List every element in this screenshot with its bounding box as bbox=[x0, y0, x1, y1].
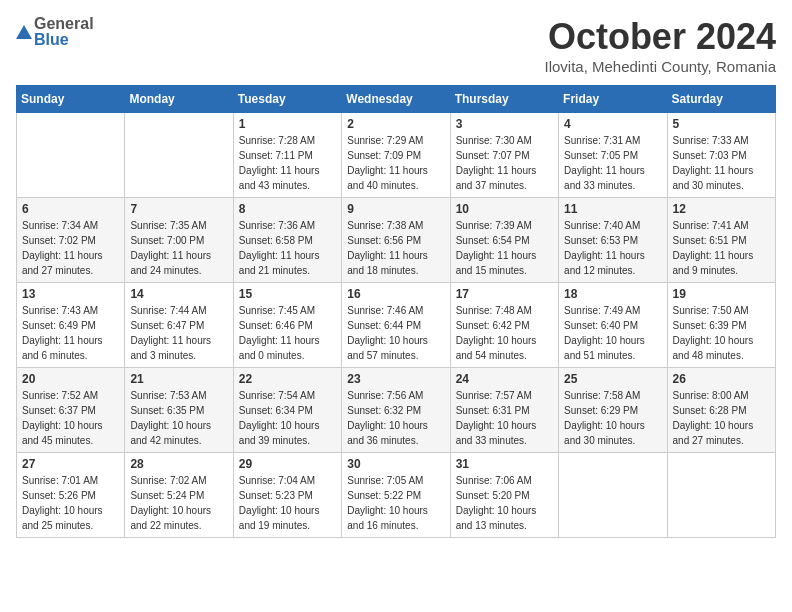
weekday-header-monday: Monday bbox=[125, 86, 233, 113]
day-info: Sunrise: 7:48 AM Sunset: 6:42 PM Dayligh… bbox=[456, 303, 553, 363]
calendar-cell: 17Sunrise: 7:48 AM Sunset: 6:42 PM Dayli… bbox=[450, 283, 558, 368]
calendar-cell: 5Sunrise: 7:33 AM Sunset: 7:03 PM Daylig… bbox=[667, 113, 775, 198]
weekday-header-row: SundayMondayTuesdayWednesdayThursdayFrid… bbox=[17, 86, 776, 113]
location-title: Ilovita, Mehedinti County, Romania bbox=[544, 58, 776, 75]
calendar-cell: 12Sunrise: 7:41 AM Sunset: 6:51 PM Dayli… bbox=[667, 198, 775, 283]
calendar-week-row: 27Sunrise: 7:01 AM Sunset: 5:26 PM Dayli… bbox=[17, 453, 776, 538]
weekday-header-tuesday: Tuesday bbox=[233, 86, 341, 113]
calendar-cell: 26Sunrise: 8:00 AM Sunset: 6:28 PM Dayli… bbox=[667, 368, 775, 453]
calendar-cell: 22Sunrise: 7:54 AM Sunset: 6:34 PM Dayli… bbox=[233, 368, 341, 453]
day-number: 25 bbox=[564, 372, 661, 386]
day-info: Sunrise: 7:50 AM Sunset: 6:39 PM Dayligh… bbox=[673, 303, 770, 363]
calendar-cell bbox=[125, 113, 233, 198]
day-info: Sunrise: 7:52 AM Sunset: 6:37 PM Dayligh… bbox=[22, 388, 119, 448]
weekday-header-thursday: Thursday bbox=[450, 86, 558, 113]
calendar-cell: 21Sunrise: 7:53 AM Sunset: 6:35 PM Dayli… bbox=[125, 368, 233, 453]
day-number: 20 bbox=[22, 372, 119, 386]
day-info: Sunrise: 7:28 AM Sunset: 7:11 PM Dayligh… bbox=[239, 133, 336, 193]
day-number: 12 bbox=[673, 202, 770, 216]
calendar-cell: 31Sunrise: 7:06 AM Sunset: 5:20 PM Dayli… bbox=[450, 453, 558, 538]
calendar-cell: 16Sunrise: 7:46 AM Sunset: 6:44 PM Dayli… bbox=[342, 283, 450, 368]
logo-top: General bbox=[34, 16, 94, 32]
day-number: 14 bbox=[130, 287, 227, 301]
logo: General Blue bbox=[16, 16, 94, 48]
weekday-header-sunday: Sunday bbox=[17, 86, 125, 113]
day-number: 7 bbox=[130, 202, 227, 216]
day-number: 31 bbox=[456, 457, 553, 471]
logo-icon bbox=[16, 25, 32, 39]
calendar-cell: 29Sunrise: 7:04 AM Sunset: 5:23 PM Dayli… bbox=[233, 453, 341, 538]
day-info: Sunrise: 7:01 AM Sunset: 5:26 PM Dayligh… bbox=[22, 473, 119, 533]
calendar-cell: 8Sunrise: 7:36 AM Sunset: 6:58 PM Daylig… bbox=[233, 198, 341, 283]
day-info: Sunrise: 7:06 AM Sunset: 5:20 PM Dayligh… bbox=[456, 473, 553, 533]
page-header: General Blue October 2024 Ilovita, Mehed… bbox=[16, 16, 776, 75]
calendar-cell: 4Sunrise: 7:31 AM Sunset: 7:05 PM Daylig… bbox=[559, 113, 667, 198]
calendar-cell: 20Sunrise: 7:52 AM Sunset: 6:37 PM Dayli… bbox=[17, 368, 125, 453]
day-info: Sunrise: 7:36 AM Sunset: 6:58 PM Dayligh… bbox=[239, 218, 336, 278]
calendar-cell: 23Sunrise: 7:56 AM Sunset: 6:32 PM Dayli… bbox=[342, 368, 450, 453]
calendar-cell bbox=[17, 113, 125, 198]
day-number: 18 bbox=[564, 287, 661, 301]
day-number: 22 bbox=[239, 372, 336, 386]
day-info: Sunrise: 7:58 AM Sunset: 6:29 PM Dayligh… bbox=[564, 388, 661, 448]
calendar-cell: 25Sunrise: 7:58 AM Sunset: 6:29 PM Dayli… bbox=[559, 368, 667, 453]
day-number: 15 bbox=[239, 287, 336, 301]
day-info: Sunrise: 7:30 AM Sunset: 7:07 PM Dayligh… bbox=[456, 133, 553, 193]
calendar-cell: 19Sunrise: 7:50 AM Sunset: 6:39 PM Dayli… bbox=[667, 283, 775, 368]
calendar-cell: 24Sunrise: 7:57 AM Sunset: 6:31 PM Dayli… bbox=[450, 368, 558, 453]
day-info: Sunrise: 7:02 AM Sunset: 5:24 PM Dayligh… bbox=[130, 473, 227, 533]
day-info: Sunrise: 7:41 AM Sunset: 6:51 PM Dayligh… bbox=[673, 218, 770, 278]
calendar-week-row: 6Sunrise: 7:34 AM Sunset: 7:02 PM Daylig… bbox=[17, 198, 776, 283]
day-info: Sunrise: 7:38 AM Sunset: 6:56 PM Dayligh… bbox=[347, 218, 444, 278]
day-number: 26 bbox=[673, 372, 770, 386]
day-number: 5 bbox=[673, 117, 770, 131]
day-info: Sunrise: 7:39 AM Sunset: 6:54 PM Dayligh… bbox=[456, 218, 553, 278]
title-area: October 2024 Ilovita, Mehedinti County, … bbox=[544, 16, 776, 75]
day-info: Sunrise: 7:31 AM Sunset: 7:05 PM Dayligh… bbox=[564, 133, 661, 193]
day-number: 17 bbox=[456, 287, 553, 301]
day-info: Sunrise: 7:05 AM Sunset: 5:22 PM Dayligh… bbox=[347, 473, 444, 533]
calendar-cell: 15Sunrise: 7:45 AM Sunset: 6:46 PM Dayli… bbox=[233, 283, 341, 368]
calendar-body: 1Sunrise: 7:28 AM Sunset: 7:11 PM Daylig… bbox=[17, 113, 776, 538]
day-info: Sunrise: 8:00 AM Sunset: 6:28 PM Dayligh… bbox=[673, 388, 770, 448]
calendar-cell: 7Sunrise: 7:35 AM Sunset: 7:00 PM Daylig… bbox=[125, 198, 233, 283]
calendar-cell: 9Sunrise: 7:38 AM Sunset: 6:56 PM Daylig… bbox=[342, 198, 450, 283]
day-info: Sunrise: 7:56 AM Sunset: 6:32 PM Dayligh… bbox=[347, 388, 444, 448]
day-info: Sunrise: 7:53 AM Sunset: 6:35 PM Dayligh… bbox=[130, 388, 227, 448]
calendar-cell bbox=[559, 453, 667, 538]
day-number: 28 bbox=[130, 457, 227, 471]
calendar-week-row: 20Sunrise: 7:52 AM Sunset: 6:37 PM Dayli… bbox=[17, 368, 776, 453]
calendar-week-row: 13Sunrise: 7:43 AM Sunset: 6:49 PM Dayli… bbox=[17, 283, 776, 368]
day-number: 24 bbox=[456, 372, 553, 386]
calendar-table: SundayMondayTuesdayWednesdayThursdayFrid… bbox=[16, 85, 776, 538]
day-number: 1 bbox=[239, 117, 336, 131]
day-number: 2 bbox=[347, 117, 444, 131]
day-info: Sunrise: 7:04 AM Sunset: 5:23 PM Dayligh… bbox=[239, 473, 336, 533]
calendar-cell: 13Sunrise: 7:43 AM Sunset: 6:49 PM Dayli… bbox=[17, 283, 125, 368]
day-info: Sunrise: 7:49 AM Sunset: 6:40 PM Dayligh… bbox=[564, 303, 661, 363]
day-info: Sunrise: 7:54 AM Sunset: 6:34 PM Dayligh… bbox=[239, 388, 336, 448]
day-info: Sunrise: 7:45 AM Sunset: 6:46 PM Dayligh… bbox=[239, 303, 336, 363]
calendar-cell: 1Sunrise: 7:28 AM Sunset: 7:11 PM Daylig… bbox=[233, 113, 341, 198]
calendar-cell: 6Sunrise: 7:34 AM Sunset: 7:02 PM Daylig… bbox=[17, 198, 125, 283]
weekday-header-wednesday: Wednesday bbox=[342, 86, 450, 113]
day-number: 30 bbox=[347, 457, 444, 471]
logo-text: General Blue bbox=[34, 16, 94, 48]
day-number: 8 bbox=[239, 202, 336, 216]
day-info: Sunrise: 7:34 AM Sunset: 7:02 PM Dayligh… bbox=[22, 218, 119, 278]
day-number: 29 bbox=[239, 457, 336, 471]
weekday-header-saturday: Saturday bbox=[667, 86, 775, 113]
calendar-cell: 14Sunrise: 7:44 AM Sunset: 6:47 PM Dayli… bbox=[125, 283, 233, 368]
day-number: 23 bbox=[347, 372, 444, 386]
calendar-cell bbox=[667, 453, 775, 538]
day-number: 10 bbox=[456, 202, 553, 216]
calendar-cell: 2Sunrise: 7:29 AM Sunset: 7:09 PM Daylig… bbox=[342, 113, 450, 198]
day-number: 16 bbox=[347, 287, 444, 301]
day-info: Sunrise: 7:57 AM Sunset: 6:31 PM Dayligh… bbox=[456, 388, 553, 448]
calendar-cell: 11Sunrise: 7:40 AM Sunset: 6:53 PM Dayli… bbox=[559, 198, 667, 283]
day-info: Sunrise: 7:40 AM Sunset: 6:53 PM Dayligh… bbox=[564, 218, 661, 278]
day-info: Sunrise: 7:35 AM Sunset: 7:00 PM Dayligh… bbox=[130, 218, 227, 278]
calendar-cell: 27Sunrise: 7:01 AM Sunset: 5:26 PM Dayli… bbox=[17, 453, 125, 538]
month-title: October 2024 bbox=[544, 16, 776, 58]
day-number: 27 bbox=[22, 457, 119, 471]
